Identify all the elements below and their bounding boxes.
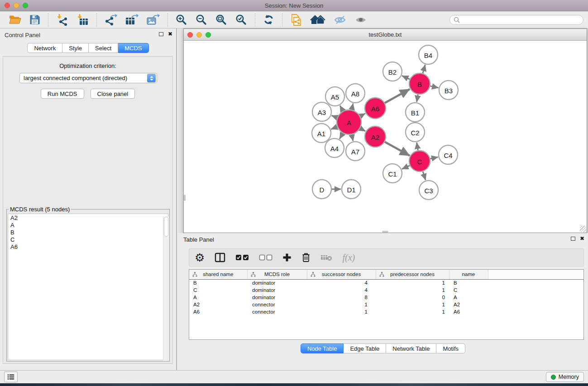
- optimization-criterion-select[interactable]: largest connected component (directed): [19, 73, 157, 83]
- tab-motifs[interactable]: Motifs: [436, 343, 465, 353]
- horizontal-scroll-thumb[interactable]: [382, 231, 388, 233]
- table-row[interactable]: Bdominator41B: [189, 279, 583, 286]
- export-table-button[interactable]: [123, 13, 141, 27]
- graph-node-A[interactable]: A: [337, 110, 361, 134]
- tab-edge-table[interactable]: Edge Table: [344, 343, 386, 353]
- search-input[interactable]: [462, 16, 579, 24]
- float-table-panel-icon[interactable]: [571, 237, 575, 241]
- vertical-scroll-thumb[interactable]: [184, 195, 186, 201]
- home-button[interactable]: [308, 14, 328, 26]
- minimize-network-window-button[interactable]: [196, 32, 202, 38]
- graph-node-B4[interactable]: B4: [419, 45, 438, 64]
- graph-edge-B-B4[interactable]: [423, 65, 425, 73]
- table-row[interactable]: Adominator80A: [189, 294, 583, 301]
- hide-selected-button[interactable]: [331, 14, 349, 26]
- run-mcds-button[interactable]: Run MCDS: [41, 89, 84, 99]
- graph-edge-B-B1[interactable]: [417, 95, 418, 102]
- split-view-button[interactable]: [215, 253, 225, 262]
- minimize-window-button[interactable]: [14, 3, 19, 8]
- graph-edge-A-A3[interactable]: [331, 115, 337, 118]
- delete-table-button[interactable]: [320, 254, 332, 261]
- memory-button[interactable]: Memory: [546, 372, 584, 382]
- open-session-button[interactable]: [6, 13, 24, 26]
- float-panel-icon[interactable]: [159, 32, 163, 36]
- graph-edge-A-A8[interactable]: [352, 103, 353, 110]
- graph-edge-A-A2[interactable]: [360, 129, 366, 131]
- graph-edge-C-C4[interactable]: [430, 157, 438, 159]
- tab-mcds[interactable]: MCDS: [118, 43, 148, 53]
- tab-network-table[interactable]: Network Table: [386, 343, 436, 353]
- zoom-network-window-button[interactable]: [206, 32, 211, 38]
- column-header-name[interactable]: name: [449, 270, 488, 279]
- show-all-button[interactable]: [352, 14, 369, 26]
- column-header-predecessor-nodes[interactable]: predecessor nodes: [376, 270, 449, 279]
- graph-node-A6[interactable]: A6: [365, 98, 386, 119]
- resize-grip[interactable]: [580, 226, 586, 232]
- graph-edge-C-C1[interactable]: [402, 166, 410, 169]
- table-settings-button[interactable]: ⚙: [195, 252, 205, 263]
- graph-edge-A-A6[interactable]: [360, 114, 365, 116]
- tab-style[interactable]: Style: [62, 43, 89, 53]
- graph-node-A1[interactable]: A1: [312, 124, 331, 143]
- task-history-button[interactable]: [4, 372, 18, 382]
- export-network-button[interactable]: [102, 13, 120, 27]
- delete-column-button[interactable]: [301, 253, 311, 262]
- table-row[interactable]: A6connector11A6: [189, 308, 583, 315]
- graph-edge-A-A5[interactable]: [340, 105, 343, 111]
- duplicate-network-button[interactable]: [288, 13, 304, 27]
- column-header-shared-name[interactable]: shared name: [189, 270, 247, 279]
- result-item[interactable]: B: [10, 229, 168, 236]
- result-item[interactable]: A: [10, 222, 168, 229]
- graph-edge-A6-B[interactable]: [385, 89, 410, 103]
- import-network-button[interactable]: [54, 13, 71, 27]
- graph-node-B3[interactable]: B3: [439, 81, 458, 100]
- column-header-MCDS-role[interactable]: MCDS role: [247, 270, 307, 279]
- graph-edge-A-A7[interactable]: [352, 134, 353, 141]
- graph-node-B[interactable]: B: [409, 73, 430, 94]
- graph-node-D1[interactable]: D1: [342, 180, 361, 199]
- table-row[interactable]: Cdominator41C: [189, 286, 583, 294]
- import-table-button[interactable]: [74, 13, 91, 27]
- graph-node-A7[interactable]: A7: [346, 142, 365, 161]
- graph-node-D[interactable]: D: [312, 180, 331, 199]
- graph-node-A8[interactable]: A8: [346, 84, 365, 103]
- graph-edge-B-B3[interactable]: [430, 86, 438, 88]
- tab-network[interactable]: Network: [27, 43, 62, 53]
- zoom-fit-button[interactable]: [213, 13, 229, 27]
- graph-edge-C-C2[interactable]: [417, 143, 418, 151]
- save-session-button[interactable]: [27, 13, 43, 26]
- network-canvas[interactable]: B4B2BB3B1A5A8A6A3AA1C2A2A4A7C4CC1C3DD1: [184, 41, 587, 233]
- close-panel-button[interactable]: Close panel: [91, 89, 135, 99]
- graph-node-C[interactable]: C: [409, 151, 430, 172]
- deselect-all-columns-button[interactable]: [259, 254, 272, 261]
- graph-edge-C-C3[interactable]: [423, 172, 425, 180]
- column-header-successor-nodes[interactable]: successor nodes: [307, 270, 376, 279]
- mcds-result-list[interactable]: A2ABCA6: [8, 214, 168, 360]
- close-table-panel-icon[interactable]: ✖: [580, 236, 584, 241]
- graph-node-A5[interactable]: A5: [325, 87, 344, 106]
- result-item[interactable]: A6: [10, 243, 168, 251]
- result-scrollbar[interactable]: [163, 216, 169, 361]
- zoom-out-button[interactable]: [193, 13, 210, 27]
- graph-edge-A-A4[interactable]: [339, 133, 343, 139]
- graph-edge-B-B2[interactable]: [402, 76, 410, 79]
- zoom-window-button[interactable]: [23, 3, 28, 8]
- select-all-columns-button[interactable]: [235, 254, 249, 261]
- close-panel-icon[interactable]: ✖: [168, 32, 172, 36]
- graph-node-A4[interactable]: A4: [325, 138, 344, 157]
- scrollbar-thumb[interactable]: [164, 217, 168, 237]
- function-builder-button[interactable]: f(x): [342, 253, 355, 263]
- graph-edge-A2-C[interactable]: [385, 142, 410, 156]
- close-window-button[interactable]: [5, 3, 10, 8]
- graph-edge-A-A1[interactable]: [331, 127, 337, 129]
- graph-node-C2[interactable]: C2: [406, 123, 425, 142]
- tab-select[interactable]: Select: [89, 43, 118, 53]
- result-item[interactable]: C: [10, 236, 168, 243]
- graph-node-B2[interactable]: B2: [383, 62, 402, 81]
- tab-node-table[interactable]: Node Table: [301, 343, 344, 353]
- graph-node-C3[interactable]: C3: [419, 181, 438, 200]
- graph-node-A2[interactable]: A2: [365, 126, 386, 147]
- export-image-button[interactable]: [144, 13, 162, 27]
- close-network-window-button[interactable]: [187, 32, 193, 38]
- graph-node-B1[interactable]: B1: [406, 103, 425, 122]
